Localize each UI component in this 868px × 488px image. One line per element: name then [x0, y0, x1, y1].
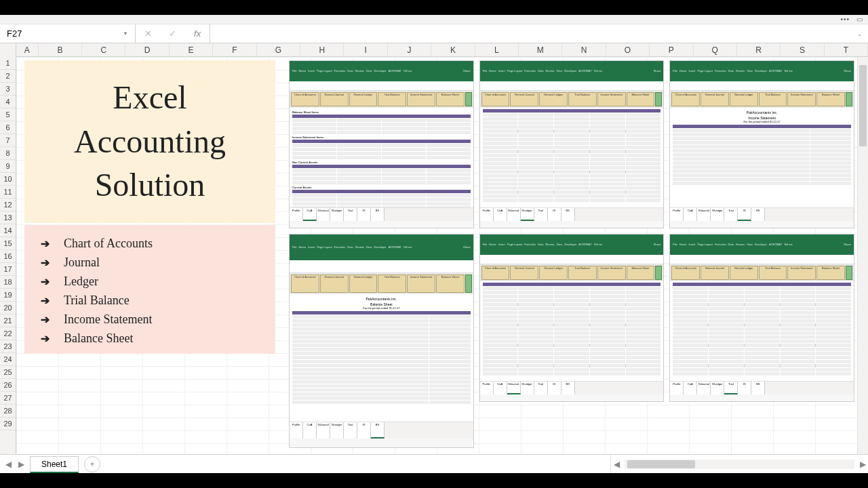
row-header[interactable]: 8	[0, 147, 16, 160]
col-header[interactable]: M	[519, 43, 562, 56]
scroll-right-icon[interactable]: ▶	[857, 460, 868, 469]
row-header[interactable]: 27	[0, 392, 16, 405]
feature-label: Trial Balance	[64, 293, 130, 308]
row-header[interactable]: 7	[0, 134, 16, 147]
row-header[interactable]: 12	[0, 199, 16, 211]
thumbnail-gjournal: FileHomeInsertPage LayoutFormulasDataRev…	[479, 234, 665, 402]
row-header[interactable]: 26	[0, 379, 16, 392]
col-header[interactable]: A	[16, 43, 39, 56]
row-header[interactable]: 25	[0, 366, 16, 379]
row-headers: 1234567891011121314151617181920212223242…	[0, 57, 16, 454]
col-header[interactable]: J	[388, 43, 431, 56]
new-sheet-button[interactable]: +	[84, 456, 100, 472]
feature-item: ➔Journal	[38, 256, 262, 270]
arrow-icon: ➔	[38, 294, 52, 307]
col-header[interactable]: F	[213, 43, 256, 56]
col-header[interactable]: K	[431, 43, 475, 56]
row-header[interactable]: 9	[0, 160, 16, 173]
name-box-dropdown-icon[interactable]: ▼	[123, 30, 128, 37]
row-header[interactable]: 19	[0, 289, 16, 302]
row-header[interactable]: 29	[0, 418, 16, 430]
col-header[interactable]: P	[650, 43, 693, 56]
col-header[interactable]: C	[82, 43, 125, 56]
feature-item: ➔Income Statement	[38, 312, 262, 327]
ribbon-display-icon[interactable]: ▭	[856, 16, 863, 23]
row-header[interactable]: 22	[0, 327, 16, 340]
row-header[interactable]: 23	[0, 340, 16, 353]
row-header[interactable]: 28	[0, 405, 16, 418]
col-header[interactable]: R	[737, 43, 781, 56]
col-header[interactable]: E	[170, 43, 213, 56]
vertical-scrollbar[interactable]	[857, 57, 868, 454]
horizontal-scrollbar[interactable]	[625, 460, 854, 469]
col-header[interactable]: Q	[694, 43, 737, 56]
feature-item: ➔Chart of Accounts	[38, 237, 262, 251]
scrollbar-thumb[interactable]	[859, 65, 867, 146]
name-box[interactable]: F27 ▼	[0, 24, 136, 43]
feature-label: Chart of Accounts	[64, 237, 153, 251]
arrow-icon: ➔	[38, 332, 52, 345]
title-block: Excel Accounting Solution	[24, 60, 275, 223]
row-header[interactable]: 10	[0, 173, 16, 186]
formula-buttons: ✕ ✓ fx	[136, 24, 210, 43]
row-header[interactable]: 21	[0, 314, 16, 327]
col-header[interactable]: D	[125, 43, 169, 56]
row-header[interactable]: 17	[0, 263, 16, 276]
formula-bar-row: F27 ▼ ✕ ✓ fx ⌄	[0, 24, 868, 43]
cancel-formula-icon[interactable]: ✕	[144, 28, 152, 39]
enter-formula-icon[interactable]: ✓	[169, 28, 176, 39]
row-header[interactable]: 4	[0, 96, 16, 108]
row-header[interactable]: 3	[0, 83, 16, 96]
title-line: Solution	[95, 163, 205, 207]
feature-item: ➔Balance Sheet	[38, 331, 262, 346]
scroll-left-icon[interactable]: ◀	[611, 460, 622, 469]
row-header[interactable]: 5	[0, 108, 16, 121]
sheet-tab-active[interactable]: Sheet1	[30, 456, 79, 473]
row-header[interactable]: 20	[0, 302, 16, 314]
feature-item: ➔Trial Balance	[38, 293, 262, 308]
col-header[interactable]: T	[825, 43, 868, 56]
arrow-icon: ➔	[38, 237, 52, 250]
thumbnail-income-statement: FileHomeInsertPage LayoutFormulasDataRev…	[669, 60, 854, 228]
row-header[interactable]: 15	[0, 237, 16, 250]
col-header[interactable]: H	[300, 43, 344, 56]
arrow-icon: ➔	[38, 256, 52, 269]
formula-bar[interactable]: ⌄	[210, 24, 868, 43]
col-header[interactable]: B	[39, 43, 82, 56]
row-header[interactable]: 6	[0, 121, 16, 134]
col-header[interactable]: S	[781, 43, 824, 56]
row-header[interactable]: 11	[0, 186, 16, 199]
feature-label: Income Statement	[64, 312, 152, 327]
thumbnail-coa: FileHomeInsertPage LayoutFormulasDataRev…	[289, 60, 474, 228]
expand-formula-bar-icon[interactable]: ⌄	[857, 30, 863, 37]
row-header[interactable]: 14	[0, 224, 16, 237]
title-line: Excel	[113, 76, 186, 120]
row-header[interactable]: 24	[0, 353, 16, 366]
worksheet-area: A B C D E F G H I J K L M N O P Q R S T …	[0, 43, 868, 454]
row-header[interactable]: 16	[0, 250, 16, 263]
ribbon-options-icon[interactable]: •••	[840, 16, 850, 23]
name-box-value: F27	[7, 28, 22, 39]
row-header[interactable]: 1	[0, 57, 16, 70]
sheet-nav-prev-icon[interactable]: ◀	[5, 460, 12, 469]
feature-label: Ledger	[64, 274, 98, 289]
col-header[interactable]: O	[606, 43, 650, 56]
row-header[interactable]: 18	[0, 276, 16, 289]
title-bar: ••• ▭	[0, 15, 868, 24]
col-header[interactable]: N	[562, 43, 606, 56]
sheet-nav-next-icon[interactable]: ▶	[18, 460, 24, 469]
row-header[interactable]: 13	[0, 211, 16, 224]
col-header[interactable]: I	[344, 43, 387, 56]
feature-item: ➔Ledger	[38, 274, 262, 289]
arrow-icon: ➔	[38, 313, 52, 326]
thumbnail-grid: FileHomeInsertPage LayoutFormulasDataRev…	[289, 60, 854, 453]
col-header[interactable]: G	[257, 43, 300, 56]
col-header[interactable]: L	[475, 43, 519, 56]
row-header[interactable]: 2	[0, 70, 16, 83]
scrollbar-thumb[interactable]	[627, 460, 695, 468]
insert-function-icon[interactable]: fx	[194, 28, 201, 39]
title-line: Accounting	[74, 120, 226, 164]
select-all-corner[interactable]	[0, 43, 16, 57]
grid[interactable]: Excel Accounting Solution ➔Chart of Acco…	[16, 57, 857, 454]
thumbnail-trial: FileHomeInsertPage LayoutFormulasDataRev…	[669, 234, 854, 402]
